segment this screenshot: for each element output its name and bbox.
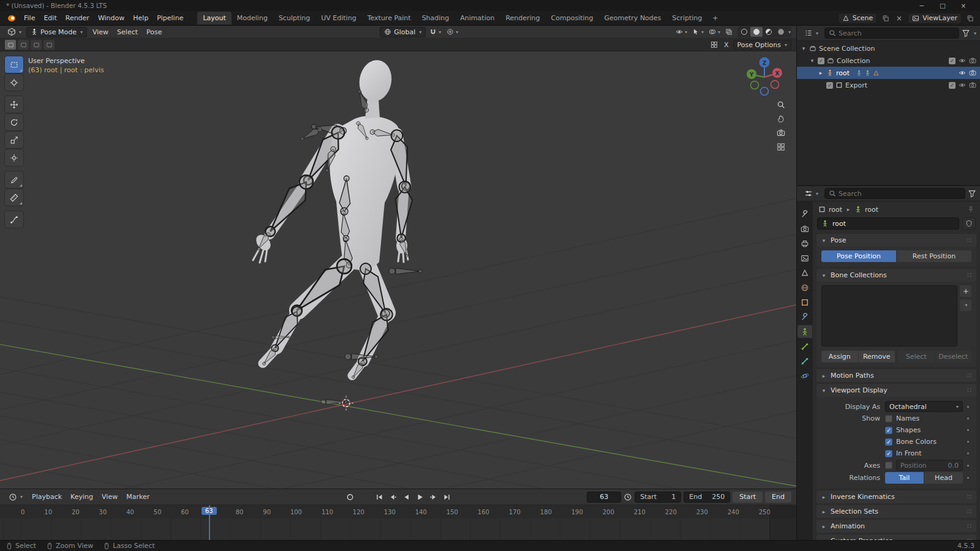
select-mode-extend-button[interactable] (18, 40, 29, 50)
display-as-dropdown[interactable]: Octahedral ▾ (885, 401, 963, 412)
eye-icon[interactable] (959, 57, 966, 64)
tab-physics[interactable] (797, 369, 812, 382)
outliner-options-caret[interactable]: ▾ (974, 31, 976, 36)
unlink-scene-button[interactable] (894, 13, 904, 23)
pose-panel-header[interactable]: ▾ Pose ∷ (816, 234, 976, 247)
workspace-tab[interactable]: Shading (417, 12, 455, 24)
viewlayer-selector[interactable]: ViewLayer (908, 13, 962, 24)
menu-item[interactable]: Help (129, 12, 153, 24)
tab-constraints[interactable] (797, 310, 812, 323)
timeline-track-area[interactable] (0, 519, 796, 540)
eye-icon[interactable] (959, 69, 966, 77)
head-button[interactable]: Head (924, 472, 963, 484)
outliner-row-collection[interactable]: ▾ ✓ Collection ✓ (797, 54, 980, 67)
axes-checkbox[interactable] (885, 462, 892, 469)
mode-dropdown[interactable]: Pose Mode ▾ (26, 27, 87, 37)
menu-item[interactable]: Pipeline (153, 12, 187, 24)
editor-type-button[interactable]: ▾ (4, 26, 25, 37)
shading-wireframe-button[interactable] (738, 27, 750, 37)
box-select-tool[interactable] (5, 56, 23, 73)
start-frame-field[interactable]: Start 1 (635, 492, 681, 503)
filter-icon[interactable] (962, 29, 970, 37)
close-button[interactable]: × (953, 2, 974, 9)
bone-collections-header[interactable]: ▾ Bone Collections ∷ (816, 269, 976, 282)
annotate-tool[interactable] (5, 171, 23, 188)
pin-icon[interactable] (967, 206, 974, 213)
rest-position-button[interactable]: Rest Position (897, 250, 971, 262)
mirror-x-button[interactable]: X (722, 40, 731, 50)
visibility-dropdown[interactable]: ▾ (674, 27, 689, 37)
option-checkbox[interactable] (885, 415, 892, 422)
select-mode-subtract-button[interactable] (31, 40, 42, 50)
snap-toggle-button[interactable]: ▾ (428, 27, 443, 37)
collection-checkbox[interactable]: ✓ (826, 82, 833, 89)
camera-icon[interactable] (969, 81, 976, 89)
pose-options-dropdown[interactable]: Pose Options ▾ (733, 40, 791, 50)
name-field[interactable]: root (817, 217, 959, 230)
timeline-editor-type-button[interactable]: ▾ (5, 492, 26, 503)
option-checkbox[interactable] (885, 427, 892, 434)
assign-button[interactable]: Assign (821, 351, 858, 362)
jump-to-end-button[interactable] (440, 492, 453, 503)
camera-icon[interactable] (969, 57, 976, 64)
tab-tool[interactable] (797, 208, 812, 220)
viewport-menu-item[interactable]: View (88, 26, 113, 38)
exclude-checkbox[interactable]: ✓ (949, 82, 956, 89)
select-mode-new-button[interactable] (5, 40, 16, 50)
outliner-row-root[interactable]: ▸ root (797, 67, 980, 79)
cursor-tool[interactable] (5, 74, 23, 91)
menu-item[interactable]: Render (61, 12, 94, 24)
start-button[interactable]: Start (733, 492, 763, 503)
workspace-tab[interactable]: Animation (454, 12, 500, 24)
breadcrumb-object[interactable]: root (829, 206, 842, 214)
next-keyframe-button[interactable] (427, 492, 440, 503)
tab-render[interactable] (797, 222, 812, 235)
collapsed-panel-header[interactable]: ▸ Inverse Kinematics ∷ (816, 490, 976, 503)
timeline-ruler[interactable]: 0102030405060708090100110120130140150160… (0, 505, 796, 519)
navigation-gizmo[interactable]: Z Y X (746, 55, 784, 98)
menu-item[interactable]: Window (94, 12, 129, 24)
new-viewlayer-button[interactable] (965, 13, 975, 23)
data-breadcrumb-icon[interactable] (854, 206, 862, 213)
workspace-tab[interactable]: Compositing (546, 12, 599, 24)
show-option-row[interactable]: Shapes (821, 424, 971, 436)
current-frame-field[interactable]: 63 (587, 492, 621, 503)
workspace-tab[interactable]: Layout (197, 12, 231, 24)
xray-toggle-button[interactable] (723, 27, 734, 37)
rotate-tool[interactable] (5, 114, 23, 130)
maximize-button[interactable]: □ (932, 2, 953, 9)
workspace-tab[interactable]: Modeling (232, 12, 273, 24)
tab-view-layer[interactable] (797, 252, 812, 264)
workspace-tab[interactable]: Geometry Nodes (599, 12, 667, 24)
show-option-row[interactable]: Bone Colors (821, 436, 971, 448)
collapsed-panel-header[interactable]: ▸ Custom Properties ∷ (816, 534, 976, 540)
outliner-search[interactable] (824, 28, 959, 39)
tab-bone-constraints[interactable] (797, 354, 812, 367)
tab-object-data[interactable] (797, 325, 812, 338)
outliner-row-scene-collection[interactable]: ▾ Scene Collection (797, 42, 980, 54)
tail-button[interactable]: Tail (885, 472, 924, 484)
breadcrumb-data[interactable]: root (865, 206, 878, 214)
properties-editor-type-button[interactable]: ▾ (801, 188, 822, 199)
play-reverse-button[interactable] (400, 492, 413, 503)
outliner-row-export[interactable]: ✓ Export ✓ (797, 79, 980, 91)
scale-tool[interactable] (5, 132, 23, 148)
collapsed-panel-header[interactable]: ▸ Selection Sets ∷ (816, 505, 976, 518)
workspace-tab[interactable]: Rendering (500, 12, 545, 24)
filter-icon[interactable] (968, 189, 976, 198)
axes-position-field[interactable]: Position 0.0 (896, 460, 963, 471)
shading-rendered-button[interactable] (775, 27, 787, 37)
add-bone-collection-button[interactable] (960, 285, 971, 297)
breakdowner-tool[interactable] (5, 211, 23, 228)
tab-output[interactable] (797, 237, 812, 250)
tab-object[interactable] (797, 296, 812, 309)
workspace-tab[interactable]: Scripting (666, 12, 707, 24)
show-option-row[interactable]: In Front (821, 448, 971, 459)
measure-tool[interactable] (5, 189, 23, 206)
collapsed-panel-header[interactable]: ▸ Animation ∷ (816, 520, 976, 533)
zoom-view-button[interactable] (777, 100, 785, 109)
object-breadcrumb-icon[interactable] (818, 206, 826, 213)
end-frame-field[interactable]: End 250 (684, 492, 730, 503)
camera-view-button[interactable] (777, 129, 785, 137)
timeline-menu-item[interactable]: Keying (66, 491, 97, 503)
